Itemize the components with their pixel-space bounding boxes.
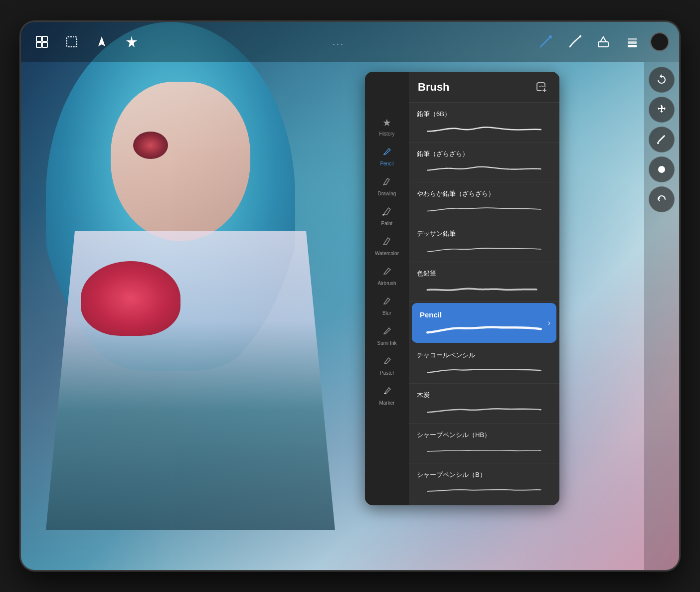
category-marker[interactable]: Marker (365, 381, 409, 411)
svg-rect-10 (628, 38, 637, 40)
brush-item-soft-rough[interactable]: やわらか鉛筆（ざらざら） (409, 182, 559, 222)
category-watercolor[interactable]: Watercolor (365, 232, 409, 262)
brush-item-sketch[interactable]: デッサン鉛筆 (409, 222, 559, 262)
canvas-menu-dots[interactable]: ... (333, 37, 345, 47)
svg-rect-2 (36, 42, 41, 47)
sumi-icon (382, 326, 391, 338)
brush-name-colored: 色鉛筆 (417, 269, 551, 278)
category-sumi-label: Sumi Ink (377, 340, 397, 346)
adjust-tool[interactable] (91, 31, 113, 53)
brush-name-pencil-6b: 鉛筆（6B） (417, 110, 551, 119)
category-watercolor-label: Watercolor (375, 251, 399, 257)
character-body (46, 231, 335, 530)
undo-btn[interactable] (649, 186, 675, 212)
svg-rect-0 (36, 36, 41, 41)
svg-rect-3 (42, 42, 47, 47)
svg-point-14 (658, 166, 665, 173)
top-toolbar: ... (21, 22, 679, 62)
category-history[interactable]: ★ History (365, 112, 409, 142)
category-paint-label: Paint (381, 221, 393, 227)
brush-name-sharp-b: シャープペンシル（B） (417, 470, 551, 479)
svg-rect-16 (384, 393, 386, 394)
category-blur[interactable]: Blur (365, 292, 409, 321)
svg-rect-9 (598, 42, 608, 47)
brush-item-pencil-selected[interactable]: Pencil › (412, 303, 556, 343)
brush-tool-btn[interactable] (534, 31, 556, 53)
watercolor-icon (382, 237, 391, 248)
brush-stroke-pencil-6b (417, 122, 551, 138)
svg-point-15 (382, 214, 384, 216)
brush-stroke-sketch (417, 241, 551, 257)
brush-list: 鉛筆（6B） 鉛筆（ざらざら） やわらか鉛筆（ざらざら） (409, 72, 559, 505)
svg-point-7 (549, 35, 552, 38)
layers-tool-btn[interactable] (621, 31, 643, 53)
airbrush-icon (382, 267, 391, 278)
svg-rect-4 (67, 37, 77, 47)
brush-name-pencil-selected: Pencil (420, 310, 548, 319)
brush-stroke-soft-rough (417, 201, 551, 217)
brush-item-pencil-rough[interactable]: 鉛筆（ざらざら） (409, 143, 559, 182)
brush-panel: ★ History Pencil Drawing (365, 72, 559, 505)
category-airbrush[interactable]: Airbrush (365, 262, 409, 292)
brush-categories: ★ History Pencil Drawing (365, 72, 409, 505)
chevron-right-icon: › (548, 318, 550, 327)
category-paint[interactable]: Paint (365, 202, 409, 232)
brush-stroke-charcoal-pencil (417, 363, 551, 379)
history-icon: ★ (382, 117, 391, 129)
brush-name-charcoal-pencil: チャコールペンシル (417, 351, 551, 360)
brush-stroke-colored (417, 281, 551, 297)
character-face (111, 82, 250, 241)
brush-stroke-charcoal (417, 403, 551, 419)
brush-item-colored[interactable]: 色鉛筆 (409, 262, 559, 302)
brush-item-sharp-hb[interactable]: シャープペンシル（HB） (409, 424, 559, 463)
smudge-tool-btn[interactable] (563, 31, 585, 53)
svg-marker-5 (98, 36, 105, 46)
brush-stroke-pencil-rough (417, 161, 551, 177)
right-sidebar (644, 62, 679, 570)
transform-tool[interactable] (31, 31, 53, 53)
color-swatch[interactable] (650, 32, 669, 51)
marker-icon (382, 386, 391, 398)
toolbar-right (534, 31, 669, 53)
brush-name-sharp-hb: シャープペンシル（HB） (417, 431, 551, 440)
brush-size-btn[interactable] (649, 156, 675, 182)
brush-stroke-pencil-selected (420, 322, 548, 338)
category-pastel[interactable]: Pastel (365, 351, 409, 381)
move-tool-btn[interactable] (649, 97, 675, 123)
drawing-icon (382, 177, 391, 188)
svg-rect-11 (628, 41, 637, 44)
category-pastel-label: Pastel (380, 370, 394, 376)
category-history-label: History (379, 131, 394, 137)
category-marker-label: Marker (379, 400, 394, 406)
selection-tool[interactable] (61, 31, 83, 53)
category-sumi-ink[interactable]: Sumi Ink (365, 321, 409, 351)
category-drawing-label: Drawing (378, 191, 396, 197)
category-pencil-label: Pencil (380, 161, 393, 167)
category-blur-label: Blur (382, 310, 391, 316)
magic-tool[interactable] (121, 31, 143, 53)
character-eye (133, 132, 168, 159)
brush-item-charcoal[interactable]: 木炭 (409, 384, 559, 424)
undo-redo-btn[interactable] (649, 67, 675, 93)
brush-item-charcoal-pencil[interactable]: チャコールペンシル (409, 344, 559, 384)
brush-name-soft-rough: やわらか鉛筆（ざらざら） (417, 189, 551, 198)
eraser-tool-btn[interactable] (592, 31, 614, 53)
brush-name-charcoal: 木炭 (417, 391, 551, 400)
svg-point-13 (657, 142, 659, 144)
brush-name-pencil-rough: 鉛筆（ざらざら） (417, 149, 551, 158)
canvas-area[interactable] (21, 22, 679, 570)
category-pencil[interactable]: Pencil (365, 142, 409, 172)
paint-icon (382, 207, 391, 218)
eyedropper-btn[interactable] (649, 127, 675, 152)
category-airbrush-label: Airbrush (377, 281, 396, 287)
svg-rect-1 (42, 36, 47, 41)
device-frame: ... (21, 22, 679, 570)
category-drawing[interactable]: Drawing (365, 172, 409, 202)
brush-name-sketch: デッサン鉛筆 (417, 229, 551, 238)
pencil-icon (382, 147, 391, 158)
brush-item-sharp-b[interactable]: シャープペンシル（B） (409, 463, 559, 503)
brush-item-pencil-6b[interactable]: 鉛筆（6B） (409, 103, 559, 143)
toolbar-center: ... (333, 37, 345, 47)
panel-add-button[interactable] (532, 78, 550, 96)
panel-title: Brush (418, 81, 450, 94)
